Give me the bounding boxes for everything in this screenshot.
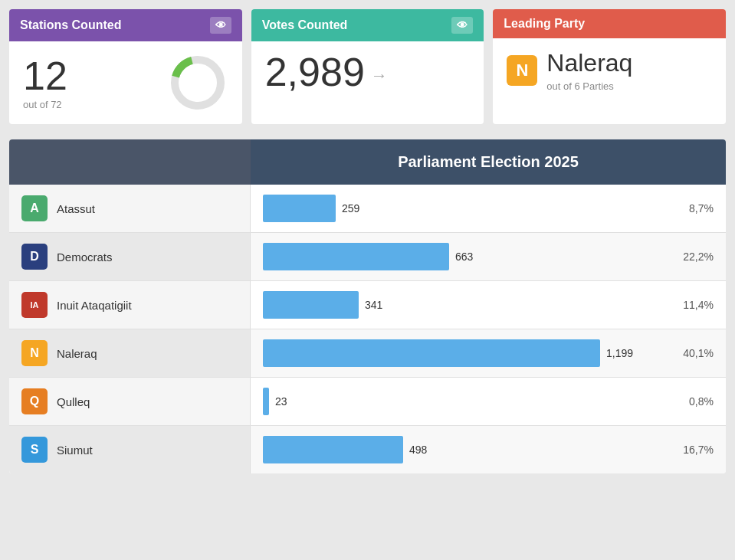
- votes-bar: 341: [263, 291, 651, 319]
- votes-bar: 1,199: [263, 339, 651, 367]
- party-badge-s: S: [21, 437, 48, 463]
- table-header: Parliament Election 2025: [9, 139, 726, 185]
- party-name: Democrats: [57, 251, 113, 264]
- stations-number: 12: [23, 56, 67, 96]
- leading-header: Leading Party: [493, 9, 726, 38]
- stations-value-block: 12 out of 72: [23, 56, 67, 110]
- votes-percent: 0,8%: [660, 395, 714, 408]
- votes-number: 2,989: [265, 52, 365, 92]
- party-row-left: N Naleraq: [9, 329, 251, 377]
- votes-value: 259: [263, 202, 359, 215]
- party-badge-d: D: [21, 244, 48, 270]
- stations-body: 12 out of 72: [9, 41, 242, 124]
- votes-eye-button[interactable]: 👁: [451, 17, 473, 34]
- votes-percent: 8,7%: [660, 202, 714, 215]
- election-table: Parliament Election 2025 A Atassut 259 8…: [9, 139, 726, 473]
- party-badge-ia: IA: [21, 292, 48, 318]
- votes-percent: 22,2%: [660, 251, 714, 263]
- leading-party-info: Naleraq out of 6 Parties: [546, 49, 632, 92]
- top-cards-row: Stations Counted 👁 12 out of 72 Votes Co…: [9, 9, 726, 124]
- table-row: D Democrats 663 22,2%: [9, 233, 726, 281]
- leading-party-card: Leading Party N Naleraq out of 6 Parties: [493, 9, 726, 124]
- stations-header: Stations Counted 👁: [9, 9, 242, 41]
- party-name: Qulleq: [57, 395, 90, 408]
- party-row-left: S Siumut: [9, 426, 251, 473]
- stations-eye-button[interactable]: 👁: [210, 17, 231, 34]
- party-row-right: 1,199 40,1%: [251, 329, 726, 377]
- party-row-left: IA Inuit Ataqatigiit: [9, 281, 251, 329]
- votes-value: 23: [263, 395, 287, 408]
- party-row-left: D Democrats: [9, 233, 251, 280]
- votes-percent: 11,4%: [660, 299, 714, 311]
- party-badge-q: Q: [21, 388, 48, 414]
- leading-party-sub: out of 6 Parties: [546, 80, 632, 92]
- leading-party-badge: N: [507, 55, 537, 86]
- leading-party-name: Naleraq: [546, 49, 632, 77]
- table-rows: A Atassut 259 8,7% D Democrats 663 22,2%: [9, 185, 726, 473]
- table-row: A Atassut 259 8,7%: [9, 185, 726, 233]
- table-row: IA Inuit Ataqatigiit 341 11,4%: [9, 281, 726, 329]
- table-row: N Naleraq 1,199 40,1%: [9, 329, 726, 378]
- votes-bar: 23: [263, 388, 651, 415]
- stations-card: Stations Counted 👁 12 out of 72: [9, 9, 242, 124]
- party-row-left: A Atassut: [9, 185, 251, 232]
- party-row-right: 663 22,2%: [251, 233, 726, 280]
- votes-value: 498: [263, 444, 427, 456]
- stations-donut: [167, 52, 228, 113]
- votes-percent: 40,1%: [660, 347, 714, 359]
- votes-header: Votes Counted 👁: [251, 9, 484, 41]
- party-row-right: 259 8,7%: [251, 185, 726, 232]
- table-row: Q Qulleq 23 0,8%: [9, 378, 726, 426]
- leading-party-letter: N: [516, 61, 528, 80]
- stations-sub: out of 72: [23, 99, 67, 110]
- votes-bar: 498: [263, 436, 651, 463]
- votes-value: 341: [263, 299, 382, 311]
- eye-icon: 👁: [457, 19, 468, 31]
- votes-title: Votes Counted: [262, 18, 348, 32]
- votes-bar: 259: [263, 195, 651, 222]
- leading-title: Leading Party: [504, 17, 585, 31]
- party-name: Naleraq: [57, 347, 97, 360]
- table-header-left: [9, 139, 251, 185]
- stations-title: Stations Counted: [20, 18, 121, 32]
- votes-number-row: 2,989 →: [265, 52, 471, 92]
- table-header-right: Parliament Election 2025: [251, 139, 726, 185]
- party-row-right: 341 11,4%: [251, 281, 726, 329]
- votes-percent: 16,7%: [660, 444, 714, 456]
- eye-icon: 👁: [215, 19, 226, 31]
- table-row: S Siumut 498 16,7%: [9, 426, 726, 473]
- votes-body: 2,989 →: [251, 41, 484, 103]
- party-badge-n: N: [21, 340, 48, 366]
- votes-arrow-icon: →: [371, 66, 388, 86]
- party-name: Atassut: [57, 202, 95, 215]
- svg-point-2: [184, 69, 212, 97]
- votes-card: Votes Counted 👁 2,989 →: [251, 9, 484, 124]
- votes-value: 1,199: [263, 347, 633, 359]
- votes-value: 663: [263, 251, 473, 263]
- party-row-right: 23 0,8%: [251, 378, 726, 425]
- party-name: Inuit Ataqatigiit: [57, 299, 132, 312]
- votes-bar: 663: [263, 243, 651, 270]
- party-badge-a: A: [21, 195, 48, 221]
- party-name: Siumut: [57, 444, 93, 457]
- party-row-right: 498 16,7%: [251, 426, 726, 473]
- party-row-left: Q Qulleq: [9, 378, 251, 425]
- table-title: Parliament Election 2025: [398, 153, 579, 171]
- leading-body: N Naleraq out of 6 Parties: [493, 38, 726, 103]
